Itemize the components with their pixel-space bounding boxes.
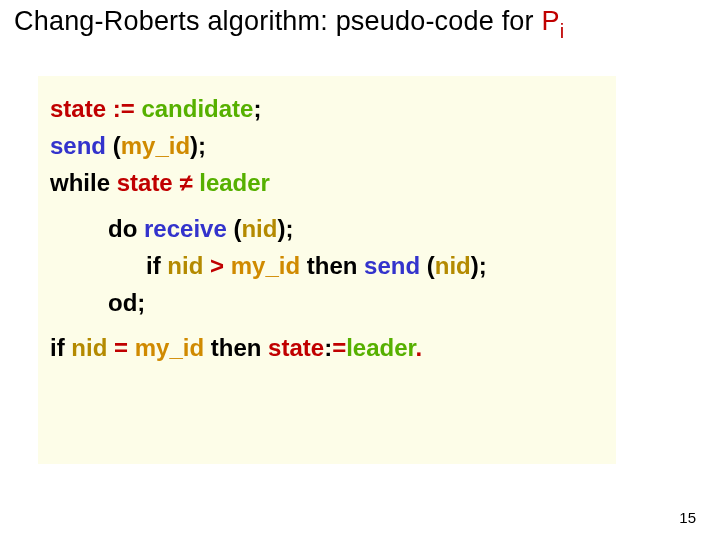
tok-semi: ; [198,132,206,159]
tok-assign: := [113,95,135,122]
tok-myid: my_id [121,132,190,159]
tok-semi: ; [137,289,145,316]
code-line-6: od; [50,284,604,321]
tok-state: state [268,334,324,361]
tok-nid: nid [435,252,471,279]
tok-dot: . [416,334,423,361]
tok-nid: nid [241,215,277,242]
code-line-1: state := candidate; [50,90,604,127]
tok-myid: my_id [231,252,300,279]
tok-nid: nid [71,334,107,361]
tok-lp: ( [113,132,121,159]
tok-do: do [108,215,137,242]
tok-gt: > [210,252,224,279]
code-line-7: if nid = my_id then state:=leader. [50,329,604,366]
title-P: P [541,6,559,36]
tok-rp: ) [190,132,198,159]
code-line-3: while state ≠ leader [50,164,604,201]
tok-then: then [211,334,262,361]
tok-eq: = [114,334,128,361]
tok-candidate: candidate [141,95,253,122]
tok-neq: ≠ [179,169,192,196]
tok-if: if [146,252,161,279]
slide-title: Chang-Roberts algorithm: pseudo-code for… [14,6,706,41]
slide: Chang-Roberts algorithm: pseudo-code for… [0,0,720,540]
tok-then: then [307,252,358,279]
tok-send: send [364,252,420,279]
tok-state: state [117,169,173,196]
code-box: state := candidate; send (my_id); while … [38,76,616,464]
blank-gap [50,202,604,210]
tok-semi: ; [285,215,293,242]
tok-lp: ( [427,252,435,279]
tok-nid: nid [167,252,203,279]
title-subscript-i: i [560,20,565,42]
tok-leader: leader [346,334,415,361]
code-line-4: do receive (nid); [50,210,604,247]
tok-semi: ; [253,95,261,122]
tok-od: od [108,289,137,316]
page-number: 15 [679,509,696,526]
tok-eq2: = [332,334,346,361]
tok-if: if [50,334,65,361]
code-line-5: if nid > my_id then send (nid); [50,247,604,284]
tok-receive: receive [144,215,227,242]
blank-gap [50,321,604,329]
tok-colon: : [324,334,332,361]
tok-myid: my_id [135,334,204,361]
tok-send: send [50,132,106,159]
tok-semi: ; [479,252,487,279]
tok-rp: ) [471,252,479,279]
tok-while: while [50,169,110,196]
tok-leader: leader [199,169,270,196]
title-prefix: Chang-Roberts algorithm: pseudo-code for [14,6,541,36]
code-line-2: send (my_id); [50,127,604,164]
tok-state: state [50,95,106,122]
